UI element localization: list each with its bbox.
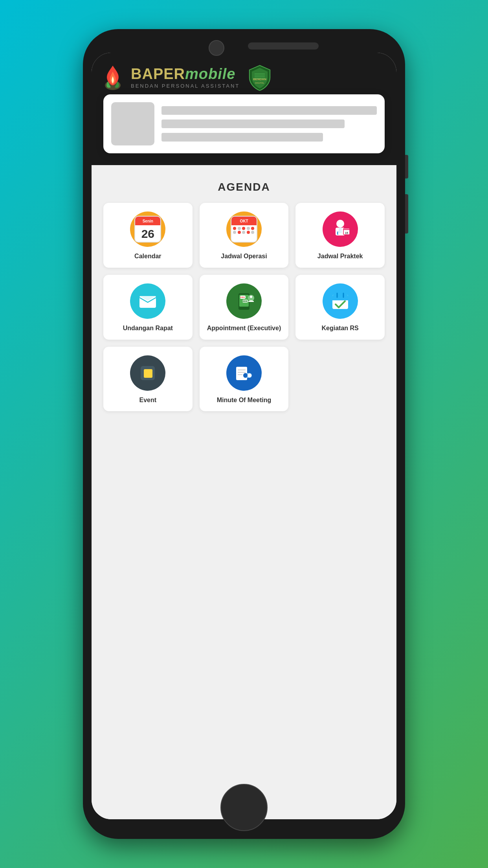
svg-point-20 bbox=[243, 296, 244, 298]
appointment-icon-bg bbox=[226, 283, 262, 319]
event-label: Event bbox=[139, 396, 157, 405]
calendar-check-icon bbox=[328, 289, 352, 313]
kegiatan-rs-item[interactable]: Kegiatan RS bbox=[295, 275, 385, 340]
calendar-label: Calendar bbox=[134, 252, 161, 261]
svg-point-39 bbox=[248, 373, 251, 377]
svg-rect-33 bbox=[144, 369, 152, 378]
svg-rect-40 bbox=[243, 373, 248, 378]
minute-of-meeting-item[interactable]: Minute Of Meeting bbox=[200, 347, 289, 412]
phone-frame: BAPERmobile BENDAN PERSONAL ASSISTANT BE… bbox=[83, 29, 405, 839]
dot bbox=[242, 227, 245, 230]
appointment-icon bbox=[232, 289, 256, 313]
jadwal-operasi-month: OKT bbox=[231, 217, 257, 225]
kegiatan-rs-icon-bg bbox=[323, 283, 358, 319]
agenda-grid-row3: Event bbox=[103, 347, 385, 412]
dot bbox=[251, 227, 254, 230]
svg-point-19 bbox=[242, 296, 243, 298]
jadwal-praktek-label: Jadwal Praktek bbox=[317, 252, 363, 261]
phone-volume-button bbox=[405, 194, 408, 234]
svg-text:DIGITAL: DIGITAL bbox=[255, 81, 265, 84]
svg-point-26 bbox=[250, 296, 252, 298]
app-header: BAPERmobile BENDAN PERSONAL ASSISTANT BE… bbox=[92, 53, 396, 98]
agenda-title: AGENDA bbox=[103, 181, 385, 193]
mom-label: Minute Of Meeting bbox=[217, 396, 272, 405]
svg-point-18 bbox=[240, 296, 241, 298]
agenda-grid-row2: Undangan Rapat bbox=[103, 275, 385, 340]
jadwal-praktek-icon-bg: 15 bbox=[323, 211, 358, 247]
profile-avatar bbox=[111, 102, 154, 145]
jadwal-operasi-dots bbox=[231, 225, 257, 235]
jadwal-operasi-icon-bg: OKT bbox=[226, 211, 262, 247]
agenda-grid-row1: Senin 26 Calendar OKT bbox=[103, 203, 385, 268]
calendar-day-label: Senin bbox=[135, 217, 160, 225]
phone-camera bbox=[209, 40, 224, 56]
svg-rect-12 bbox=[344, 229, 350, 230]
jadwal-operasi-label: Jadwal Operasi bbox=[221, 252, 267, 261]
profile-info bbox=[161, 106, 377, 142]
profile-card bbox=[103, 94, 385, 153]
calendar-item[interactable]: Senin 26 Calendar bbox=[103, 203, 193, 268]
logo-title: BAPERmobile bbox=[131, 66, 240, 81]
svg-point-22 bbox=[242, 300, 244, 302]
dot bbox=[242, 231, 245, 234]
main-content: AGENDA Senin 26 Calendar bbox=[92, 165, 396, 819]
svg-text:15: 15 bbox=[345, 232, 348, 234]
phone-speaker bbox=[248, 42, 319, 50]
event-item[interactable]: Event bbox=[103, 347, 193, 412]
shield-badge-icon: BENDAN DIGITAL bbox=[246, 64, 273, 91]
dot bbox=[251, 231, 254, 234]
calendar-icon: Senin 26 bbox=[134, 216, 161, 243]
svg-rect-8 bbox=[339, 228, 342, 233]
doctor-icon: 15 bbox=[328, 217, 352, 241]
event-icon-bg bbox=[130, 355, 165, 391]
dot bbox=[233, 231, 236, 234]
appointment-label: Appointment (Executive) bbox=[207, 324, 281, 333]
svg-point-23 bbox=[244, 300, 245, 302]
event-icon bbox=[136, 361, 160, 385]
profile-line-3 bbox=[161, 133, 323, 142]
dot bbox=[247, 227, 250, 230]
calendar-day-number: 26 bbox=[135, 225, 160, 243]
home-button[interactable] bbox=[220, 784, 268, 831]
email-icon bbox=[136, 290, 159, 313]
kegiatan-rs-label: Kegiatan RS bbox=[322, 324, 359, 333]
mom-icon-bg bbox=[226, 355, 262, 391]
logo-subtitle: BENDAN PERSONAL ASSISTANT bbox=[131, 83, 240, 89]
flame-logo-icon bbox=[101, 64, 125, 91]
undangan-rapat-icon-bg bbox=[130, 283, 165, 319]
logo-mobile: mobile bbox=[185, 66, 235, 82]
appointment-item[interactable]: Appointment (Executive) bbox=[200, 275, 289, 340]
dot bbox=[238, 231, 241, 234]
svg-point-6 bbox=[336, 220, 344, 228]
logo-baper: BAPER bbox=[131, 66, 185, 82]
profile-line-2 bbox=[161, 120, 345, 128]
jadwal-operasi-item[interactable]: OKT bbox=[200, 203, 289, 268]
jadwal-operasi-icon: OKT bbox=[231, 216, 257, 243]
mom-icon bbox=[232, 361, 256, 385]
dot bbox=[238, 227, 241, 230]
undangan-rapat-item[interactable]: Undangan Rapat bbox=[103, 275, 193, 340]
logo-text: BAPERmobile BENDAN PERSONAL ASSISTANT bbox=[131, 66, 240, 89]
svg-rect-29 bbox=[332, 297, 348, 300]
dot bbox=[233, 227, 236, 230]
jadwal-praktek-item[interactable]: 15 Jadwal Praktek bbox=[295, 203, 385, 268]
phone-power-button bbox=[405, 155, 408, 178]
profile-line-1 bbox=[161, 106, 377, 115]
phone-screen: BAPERmobile BENDAN PERSONAL ASSISTANT BE… bbox=[92, 53, 396, 819]
calendar-icon-bg: Senin 26 bbox=[130, 211, 165, 247]
undangan-rapat-label: Undangan Rapat bbox=[123, 324, 173, 333]
dot bbox=[247, 231, 250, 234]
svg-point-24 bbox=[246, 300, 247, 302]
